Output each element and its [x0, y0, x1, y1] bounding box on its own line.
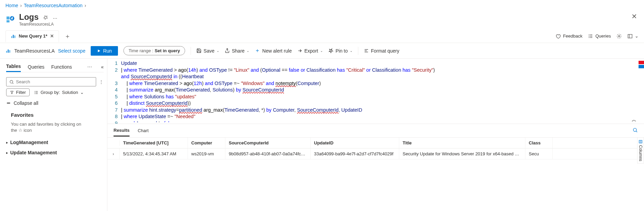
expand-editor-icon[interactable]: ︽	[632, 116, 636, 123]
col-time[interactable]: TimeGenerated [UTC]	[120, 138, 188, 148]
breadcrumb-item[interactable]: TeamResourcesAutomation	[24, 3, 83, 8]
more-icon[interactable]: ⋯	[53, 16, 57, 21]
more-vertical-icon[interactable]: ⋮	[99, 79, 104, 85]
page-title: Logs	[19, 12, 39, 22]
expand-row-icon[interactable]: ›	[107, 149, 120, 159]
query-tab[interactable]: New Query 1* ✕	[5, 30, 59, 42]
filter-button[interactable]: Filter	[6, 88, 30, 96]
add-tab-button[interactable]: ＋	[64, 32, 71, 40]
chevron-right-icon: ›	[20, 3, 22, 8]
panel-icon	[627, 33, 633, 39]
collapse-icon	[6, 101, 11, 106]
time-range-selector[interactable]: Time range : Set in query	[123, 46, 185, 55]
col-updateid[interactable]: UpdateID	[311, 138, 399, 148]
tree-item-updatemanagement[interactable]: ▸ Update Management	[6, 149, 104, 157]
select-scope-link[interactable]: Select scope	[58, 48, 85, 54]
cell-computer: ws2019-vm	[188, 149, 225, 159]
col-class[interactable]: Class	[525, 138, 553, 148]
columns-side-tab[interactable]: Columns	[637, 137, 644, 164]
queries-label: Queries	[595, 33, 611, 39]
favorites-empty-text: You can add favorites by clicking on the…	[6, 121, 104, 136]
more-icon[interactable]: ⋯	[87, 64, 92, 70]
cell-title: Security Update for Windows Server 2019 …	[399, 149, 525, 159]
group-by-selector[interactable]: Group by: Solution ⌄	[34, 90, 84, 95]
heart-icon	[555, 33, 561, 39]
sidebar-tab-functions[interactable]: Functions	[51, 62, 72, 72]
plus-icon: ＋	[255, 47, 260, 54]
sidebar: Tables Queries Functions ⋯ « ⋮ Filter Gr…	[0, 59, 107, 211]
sidebar-tab-queries[interactable]: Queries	[28, 62, 44, 72]
results-tab[interactable]: Results	[114, 125, 130, 137]
table-row[interactable]: › 5/13/2022, 4:34:45.347 AM ws2019-vm 9b…	[107, 149, 644, 159]
save-button[interactable]: Save⌄	[196, 48, 219, 54]
time-range-value: Set in query	[155, 48, 180, 53]
col-title[interactable]: Title	[399, 138, 525, 148]
save-icon	[196, 48, 201, 53]
caret-right-icon: ▸	[6, 151, 8, 155]
feedback-label: Feedback	[563, 33, 582, 39]
export-button[interactable]: Export⌄	[297, 48, 323, 54]
col-computer[interactable]: Computer	[188, 138, 225, 148]
run-button[interactable]: Run	[91, 46, 118, 56]
svg-point-13	[10, 80, 13, 83]
close-tab-icon[interactable]: ✕	[50, 33, 54, 39]
workspace-icon	[5, 48, 11, 54]
minimap	[639, 59, 644, 124]
query-tab-label: New Query 1*	[19, 33, 47, 39]
cell-updateid: 33a64099-ba99-4e7f-a2d7-cf7d7fc4029f	[311, 149, 399, 159]
format-label: Format query	[371, 48, 399, 54]
filter-label: Filter	[16, 90, 26, 95]
cell-class: Secu	[525, 149, 553, 159]
share-icon	[225, 48, 230, 53]
export-label: Export	[304, 48, 318, 54]
col-source[interactable]: SourceComputerId	[225, 138, 311, 148]
chevron-down-icon: ⌄	[350, 49, 353, 53]
svg-rect-4	[12, 17, 13, 19]
run-label: Run	[103, 48, 112, 54]
pin-icon[interactable]	[43, 16, 49, 21]
code-body[interactable]: Update| where TimeGenerated > ago(14h) a…	[121, 60, 644, 122]
query-tab-bar: New Query 1* ✕ ＋ Feedback Queries ⌄	[0, 29, 644, 43]
cell-time: 5/13/2022, 4:34:45.347 AM	[120, 149, 188, 159]
svg-rect-9	[628, 34, 632, 38]
pin-to-button[interactable]: Pin to⌄	[328, 48, 353, 54]
settings-button[interactable]	[616, 33, 622, 39]
new-alert-button[interactable]: ＋ New alert rule	[255, 47, 291, 54]
svg-rect-3	[11, 18, 12, 19]
chevron-down-icon: ⌄	[216, 49, 219, 53]
code-editor[interactable]: 12345678910 Update| where TimeGenerated …	[107, 59, 644, 124]
close-icon[interactable]: ✕	[631, 12, 637, 20]
queries-button[interactable]: Queries	[588, 33, 611, 39]
new-alert-label: New alert rule	[262, 48, 291, 54]
search-results-icon[interactable]	[632, 127, 638, 134]
chevron-down-icon: ⌄	[246, 49, 249, 53]
line-gutter: 12345678910	[107, 60, 121, 122]
search-icon	[9, 80, 14, 84]
chevron-down-icon: ⌄	[80, 90, 84, 95]
svg-rect-12	[9, 50, 10, 53]
share-button[interactable]: Share⌄	[225, 48, 249, 54]
chart-tab[interactable]: Chart	[138, 125, 149, 136]
save-label: Save	[204, 48, 214, 54]
svg-point-14	[633, 128, 636, 131]
svg-rect-10	[6, 51, 7, 53]
breadcrumb-home[interactable]: Home	[5, 3, 18, 8]
filter-icon	[10, 90, 14, 95]
panel-layout-button[interactable]: ⌄	[627, 33, 639, 39]
time-range-label: Time range :	[129, 48, 153, 53]
format-query-button[interactable]: Format query	[364, 48, 399, 54]
cell-source: 9b08d957-ab48-410f-ab07-0a0a74fc70f4	[225, 149, 311, 159]
search-input[interactable]	[16, 79, 93, 84]
collapse-all-button[interactable]: Collapse all	[6, 98, 104, 108]
columns-label: Columns	[638, 145, 643, 161]
collapse-sidebar-icon[interactable]: «	[101, 64, 104, 70]
separator	[191, 47, 191, 55]
separator	[358, 47, 358, 55]
chevron-down-icon: ⌄	[635, 33, 639, 39]
feedback-button[interactable]: Feedback	[555, 33, 582, 39]
export-icon	[297, 48, 302, 53]
tree-item-logmanagement[interactable]: ▸ LogManagement	[6, 138, 104, 146]
tree-item-label: LogManagement	[10, 140, 48, 145]
sidebar-tab-tables[interactable]: Tables	[6, 61, 21, 72]
workspace-name: TeamResourcesLA	[14, 48, 55, 54]
